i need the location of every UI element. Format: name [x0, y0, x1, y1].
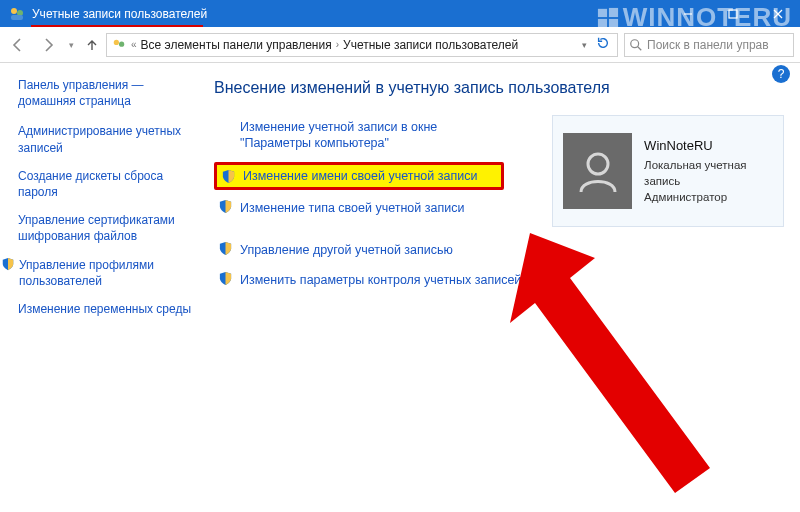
body: Панель управления — домашняя страница Ад… [0, 63, 800, 512]
user-name: WinNoteRU [644, 137, 773, 155]
sidebar: Панель управления — домашняя страница Ад… [0, 63, 200, 512]
search-icon [629, 38, 643, 52]
titlebar: Учетные записи пользователей WINNOTERU [0, 0, 800, 27]
shield-icon [218, 241, 233, 256]
svg-rect-4 [609, 7, 618, 16]
sidebar-item-user-profiles[interactable]: Управление профилями пользователей [18, 257, 194, 289]
sidebar-item-label: Управление профилями пользователей [19, 257, 194, 289]
breadcrumb-back-button[interactable]: « [129, 39, 139, 50]
sidebar-home-link[interactable]: Панель управления — домашняя страница [18, 77, 194, 109]
help-button[interactable]: ? [772, 65, 790, 83]
user-account-type: Локальная учетная запись [644, 157, 773, 189]
address-bar[interactable]: « Все элементы панели управления › Учетн… [106, 33, 618, 57]
action-change-in-settings[interactable]: Изменение учетной записи в окне "Парамет… [214, 115, 494, 156]
main: ? Внесение изменений в учетную запись по… [200, 63, 800, 512]
user-card: WinNoteRU Локальная учетная запись Админ… [552, 115, 784, 227]
svg-rect-3 [598, 8, 607, 16]
breadcrumb-item-all[interactable]: Все элементы панели управления [141, 38, 332, 52]
shield-icon [1, 257, 15, 271]
sidebar-item-password-reset-disk[interactable]: Создание дискеты сброса пароля [18, 168, 194, 200]
avatar [563, 133, 632, 209]
action-uac-settings[interactable]: Изменить параметры контроля учетных запи… [214, 268, 534, 292]
nav-forward-button[interactable] [34, 31, 62, 59]
close-button[interactable] [755, 0, 800, 27]
minimize-button[interactable] [665, 0, 710, 27]
user-accounts-icon [8, 5, 26, 23]
action-label: Управление другой учетной записью [240, 243, 453, 257]
control-panel-icon [111, 37, 127, 53]
windows-logo-icon [597, 7, 619, 29]
action-manage-other[interactable]: Управление другой учетной записью [214, 238, 534, 262]
actions-list: Изменение учетной записи в окне "Парамет… [214, 115, 534, 298]
sidebar-item-env-vars[interactable]: Изменение переменных среды [18, 301, 194, 317]
svg-rect-2 [11, 15, 23, 20]
nav-up-button[interactable] [80, 33, 104, 57]
window-title: Учетные записи пользователей [32, 7, 215, 21]
sidebar-item-admin-accounts[interactable]: Администрирование учетных записей [18, 123, 194, 155]
title-underline-annotation [31, 25, 203, 27]
svg-rect-6 [609, 18, 618, 27]
svg-point-0 [11, 8, 17, 14]
svg-point-13 [631, 39, 639, 47]
action-label: Изменение типа своей учетной записи [240, 201, 464, 215]
svg-rect-8 [729, 10, 737, 18]
window-controls [665, 0, 800, 27]
sidebar-item-encryption-certs[interactable]: Управление сертификатами шифрования файл… [18, 212, 194, 244]
breadcrumb-item-users[interactable]: Учетные записи пользователей [343, 38, 518, 52]
nav-back-button[interactable] [4, 31, 32, 59]
shield-icon [218, 199, 233, 214]
action-change-type[interactable]: Изменение типа своей учетной записи [214, 196, 534, 220]
toolbar: ▾ « Все элементы панели управления › Уче… [0, 27, 800, 63]
action-label: Изменение имени своей учетной записи [243, 169, 477, 183]
breadcrumb-chevron-1: › [334, 39, 341, 50]
maximize-button[interactable] [710, 0, 755, 27]
svg-point-11 [114, 39, 119, 44]
svg-point-15 [588, 154, 608, 174]
action-label: Изменить параметры контроля учетных запи… [240, 273, 521, 287]
action-change-name-highlighted[interactable]: Изменение имени своей учетной записи [214, 162, 504, 190]
shield-icon [218, 271, 233, 286]
svg-line-14 [638, 46, 642, 50]
svg-point-12 [119, 41, 124, 46]
nav-history-dropdown[interactable]: ▾ [64, 40, 78, 50]
shield-icon [221, 169, 236, 184]
page-title: Внесение изменений в учетную запись поль… [214, 79, 784, 97]
address-dropdown[interactable]: ▾ [580, 40, 591, 50]
user-role: Администратор [644, 189, 773, 205]
svg-rect-5 [598, 18, 607, 26]
refresh-button[interactable] [593, 36, 613, 53]
user-meta: WinNoteRU Локальная учетная запись Админ… [644, 137, 773, 205]
search-placeholder: Поиск в панели управ [647, 38, 769, 52]
search-input[interactable]: Поиск в панели управ [624, 33, 794, 57]
